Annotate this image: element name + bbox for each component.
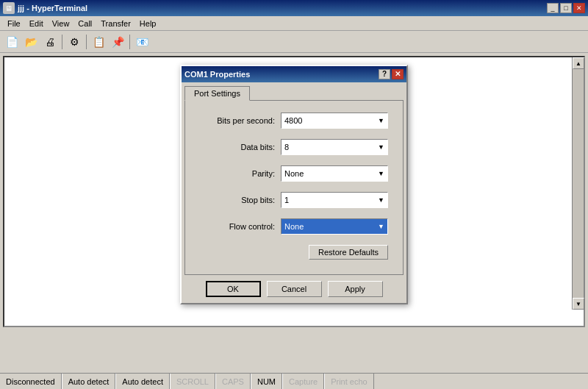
status-scroll: SCROLL (170, 374, 215, 389)
open-icon: 📂 (25, 36, 37, 48)
title-bar-controls: _ □ ✕ (547, 3, 585, 13)
status-capture: Capture (282, 374, 324, 389)
flow-control-select[interactable]: None ▼ (281, 218, 388, 235)
dialog-action-buttons: OK Cancel Apply (182, 275, 406, 303)
bits-per-second-arrow: ▼ (378, 117, 384, 124)
title-bar: 🖥 jjj - HyperTerminal _ □ ✕ (0, 0, 588, 16)
toolbar-separator-3 (129, 35, 130, 49)
dialog-help-button[interactable]: ? (379, 69, 390, 79)
data-bits-value: 8 (284, 143, 289, 151)
parity-row: Parity: None ▼ (200, 165, 388, 182)
toolbar-copy-button[interactable]: 📋 (90, 33, 107, 51)
maximize-button[interactable]: □ (560, 3, 572, 13)
stop-bits-control: 1 ▼ (281, 192, 388, 208)
paste-icon: 📌 (112, 36, 124, 48)
flow-control-arrow: ▼ (378, 223, 384, 230)
restore-defaults-button[interactable]: Restore Defaults (309, 245, 388, 260)
menu-help[interactable]: Help (135, 18, 161, 29)
minimize-button[interactable]: _ (547, 3, 559, 13)
app-icon: 🖥 (3, 2, 15, 14)
dialog-title-controls: ? ✕ (379, 69, 404, 79)
dialog-title: COM1 Properties (184, 70, 250, 79)
toolbar-new-button[interactable]: 📄 (3, 33, 21, 51)
copy-icon: 📋 (93, 36, 105, 48)
properties-icon: ⚙ (70, 36, 79, 48)
bits-per-second-label: Bits per second: (200, 116, 281, 125)
dialog-content-panel: Bits per second: 4800 ▼ Data bits: 8 (184, 100, 404, 275)
bits-per-second-value: 4800 (284, 116, 302, 125)
status-auto1: Auto detect (62, 374, 116, 389)
status-caps: CAPS (215, 374, 251, 389)
parity-label: Parity: (200, 169, 281, 178)
flow-control-control: None ▼ (281, 218, 388, 235)
toolbar-paste-button[interactable]: 📌 (109, 33, 126, 51)
apply-button[interactable]: Apply (328, 281, 383, 297)
status-num: NUM (251, 374, 282, 389)
flow-control-row: Flow control: None ▼ (200, 218, 388, 235)
menu-edit[interactable]: Edit (25, 18, 48, 29)
toolbar-send-button[interactable]: 📧 (133, 33, 151, 51)
window-close-button[interactable]: ✕ (573, 3, 585, 13)
tab-port-settings[interactable]: Port Settings (184, 86, 250, 101)
main-terminal-area: ▲ ▼ COM1 Properties ? ✕ Port Settings (3, 56, 585, 327)
data-bits-label: Data bits: (200, 143, 281, 151)
menu-transfer[interactable]: Transfer (96, 18, 135, 29)
dialog-overlay: COM1 Properties ? ✕ Port Settings Bits p… (4, 57, 584, 326)
com1-properties-dialog: COM1 Properties ? ✕ Port Settings Bits p… (180, 65, 408, 304)
stop-bits-select[interactable]: 1 ▼ (281, 192, 388, 208)
parity-control: None ▼ (281, 165, 388, 182)
bits-per-second-control: 4800 ▼ (281, 113, 388, 129)
bits-per-second-row: Bits per second: 4800 ▼ (200, 113, 388, 129)
ok-button[interactable]: OK (206, 281, 261, 297)
window-title: jjj - HyperTerminal (18, 4, 87, 13)
bits-per-second-select[interactable]: 4800 ▼ (281, 113, 388, 129)
status-auto2: Auto detect (115, 374, 170, 389)
print-icon: 🖨 (45, 36, 55, 48)
send-icon: 📧 (136, 36, 148, 48)
new-icon: 📄 (6, 36, 18, 48)
toolbar: 📄 📂 🖨 ⚙ 📋 📌 📧 (0, 31, 588, 53)
parity-arrow: ▼ (378, 170, 384, 177)
dialog-title-bar: COM1 Properties ? ✕ (182, 66, 406, 82)
stop-bits-row: Stop bits: 1 ▼ (200, 192, 388, 208)
stop-bits-arrow: ▼ (378, 196, 384, 204)
dialog-close-button[interactable]: ✕ (392, 69, 404, 79)
toolbar-print-button[interactable]: 🖨 (41, 33, 59, 51)
toolbar-properties-button[interactable]: ⚙ (65, 33, 83, 51)
flow-control-label: Flow control: (200, 222, 281, 231)
toolbar-separator-2 (86, 35, 87, 49)
dialog-tab-container: Port Settings (182, 82, 406, 100)
status-print-echo: Print echo (324, 374, 374, 389)
menu-bar: File Edit View Call Transfer Help (0, 16, 588, 31)
stop-bits-label: Stop bits: (200, 196, 281, 204)
flow-control-value: None (284, 222, 304, 231)
data-bits-select[interactable]: 8 ▼ (281, 139, 388, 155)
menu-file[interactable]: File (3, 18, 25, 29)
title-bar-left: 🖥 jjj - HyperTerminal (3, 2, 87, 14)
cancel-button[interactable]: Cancel (267, 281, 322, 297)
status-bar: Disconnected Auto detect Auto detect SCR… (0, 373, 588, 389)
status-connection: Disconnected (0, 374, 62, 389)
data-bits-control: 8 ▼ (281, 139, 388, 155)
data-bits-arrow: ▼ (378, 143, 384, 151)
menu-view[interactable]: View (48, 18, 74, 29)
toolbar-open-button[interactable]: 📂 (22, 33, 40, 51)
stop-bits-value: 1 (284, 196, 289, 204)
menu-call[interactable]: Call (74, 18, 96, 29)
restore-defaults-area: Restore Defaults (200, 245, 388, 260)
toolbar-separator-1 (62, 35, 62, 49)
parity-value: None (284, 169, 304, 178)
parity-select[interactable]: None ▼ (281, 165, 388, 182)
data-bits-row: Data bits: 8 ▼ (200, 139, 388, 155)
